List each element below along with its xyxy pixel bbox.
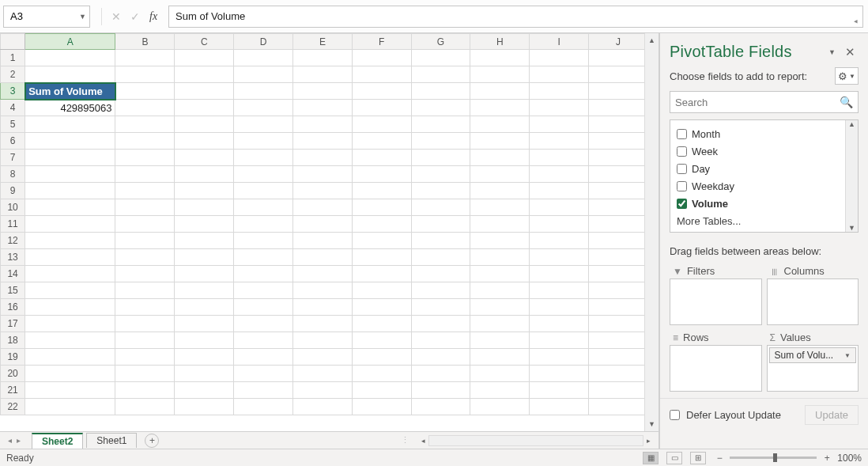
cell[interactable] [470,83,530,100]
filters-area[interactable]: ▼Filters [670,263,762,325]
row-header-10[interactable]: 10 [1,199,25,216]
cell[interactable] [411,116,470,133]
cell[interactable] [470,50,530,66]
cell[interactable] [292,233,352,249]
cell[interactable] [292,282,352,299]
cell[interactable] [470,299,530,316]
cell[interactable] [234,266,293,282]
cell[interactable] [234,199,293,216]
cell[interactable] [352,199,411,216]
cell[interactable] [470,349,530,366]
cell[interactable] [589,50,644,66]
field-checkbox[interactable] [677,164,687,174]
cell[interactable] [115,349,175,366]
tab-prev-icon[interactable]: ◂ [8,436,12,445]
cell[interactable] [470,216,530,233]
col-header-E[interactable]: E [292,34,352,50]
cell[interactable] [530,50,589,66]
field-week[interactable]: Week [677,142,842,160]
col-header-A[interactable]: A [25,34,115,50]
cell[interactable] [470,282,530,299]
cell[interactable] [530,116,589,133]
cell[interactable] [175,199,234,216]
cell[interactable] [589,349,644,366]
cell[interactable] [411,233,470,249]
split-handle-icon[interactable]: ⋮ [401,435,407,446]
filters-drop[interactable] [670,278,762,325]
cell[interactable] [411,249,470,266]
scroll-left-icon[interactable]: ◂ [418,437,428,445]
cell[interactable] [175,50,234,66]
cell[interactable] [411,216,470,233]
grid[interactable]: ABCDEFGHIJ 123Sum of Volume4429895063567… [0,33,644,431]
pane-options-dropdown-icon[interactable]: ▼ [828,48,836,56]
cell[interactable] [589,166,644,183]
cell[interactable] [234,133,293,150]
cell[interactable] [25,249,115,266]
cell[interactable]: Sum of Volume [25,83,115,100]
field-checkbox[interactable] [677,129,687,139]
cell[interactable] [234,166,293,183]
cell[interactable] [25,183,115,199]
cell[interactable] [115,266,175,282]
cell[interactable] [175,150,234,166]
cell[interactable] [530,66,589,83]
cell[interactable] [234,299,293,316]
cell[interactable] [25,282,115,299]
more-tables-link[interactable]: More Tables... [677,212,842,229]
cell[interactable] [175,166,234,183]
cell[interactable] [411,266,470,282]
cell[interactable] [411,100,470,116]
cell[interactable] [589,316,644,332]
cell[interactable] [234,399,293,415]
cell[interactable] [589,150,644,166]
field-list-scrollbar[interactable]: ▲ ▼ [845,120,858,232]
cell[interactable] [115,399,175,415]
cell[interactable] [589,183,644,199]
cell[interactable] [175,332,234,349]
row-header-16[interactable]: 16 [1,299,25,316]
cell[interactable] [530,216,589,233]
update-button[interactable]: Update [805,405,859,425]
cell[interactable] [589,282,644,299]
cell[interactable] [234,316,293,332]
cell[interactable] [25,66,115,83]
cell[interactable] [115,83,175,100]
cell[interactable] [234,116,293,133]
zoom-out-button[interactable]: − [714,453,725,464]
cell[interactable] [292,299,352,316]
field-checkbox[interactable] [677,181,687,191]
row-header-4[interactable]: 4 [1,100,25,116]
cell[interactable] [411,166,470,183]
cell[interactable] [411,399,470,415]
cell[interactable] [589,299,644,316]
cell[interactable] [175,282,234,299]
cell[interactable] [470,150,530,166]
cell[interactable] [175,233,234,249]
cell[interactable] [411,382,470,399]
cell[interactable] [352,66,411,83]
cell[interactable] [530,299,589,316]
cell[interactable] [175,83,234,100]
cell[interactable] [589,399,644,415]
cell[interactable] [470,116,530,133]
cell[interactable] [234,66,293,83]
cell[interactable] [411,150,470,166]
col-header-J[interactable]: J [589,34,644,50]
cell[interactable] [352,116,411,133]
scroll-right-icon[interactable]: ▸ [643,437,654,445]
cell[interactable] [115,166,175,183]
scroll-up-icon[interactable]: ▲ [645,33,659,47]
row-header-18[interactable]: 18 [1,332,25,349]
cell[interactable] [292,366,352,382]
cell[interactable] [352,216,411,233]
cell[interactable] [115,233,175,249]
cell[interactable] [470,166,530,183]
cell[interactable] [25,150,115,166]
cell[interactable] [25,299,115,316]
cell[interactable] [115,116,175,133]
cell[interactable] [352,233,411,249]
field-checkbox[interactable] [677,146,687,157]
cell[interactable] [25,316,115,332]
cell[interactable] [25,266,115,282]
